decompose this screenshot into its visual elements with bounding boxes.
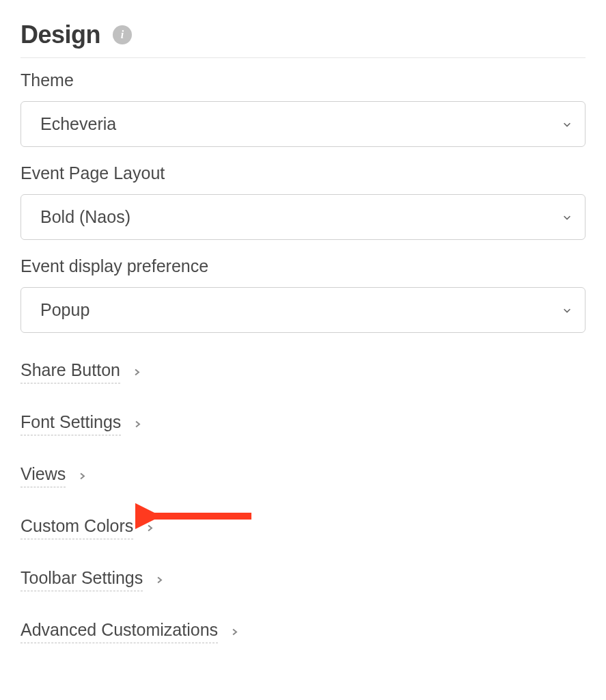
design-settings-panel: Design i Theme Echeveria Event Page Layo… <box>20 21 586 643</box>
section-title: Design <box>20 21 100 49</box>
views-link[interactable]: Views <box>20 464 586 487</box>
info-icon[interactable]: i <box>113 25 132 44</box>
custom-colors-text: Custom Colors <box>20 516 133 539</box>
share-button-link[interactable]: Share Button <box>20 360 586 383</box>
chevron-right-icon <box>133 368 141 377</box>
event-page-layout-label: Event Page Layout <box>20 163 586 183</box>
chevron-right-icon <box>133 420 142 429</box>
chevron-right-icon <box>230 628 239 636</box>
event-display-preference-label: Event display preference <box>20 256 586 276</box>
event-display-preference-field: Event display preference Popup <box>20 256 586 333</box>
settings-links: Share Button Font Settings Views Custom … <box>20 360 586 643</box>
event-page-layout-field: Event Page Layout Bold (Naos) <box>20 163 586 240</box>
chevron-right-icon <box>146 524 154 533</box>
advanced-customizations-text: Advanced Customizations <box>20 620 218 643</box>
advanced-customizations-link[interactable]: Advanced Customizations <box>20 620 586 643</box>
toolbar-settings-text: Toolbar Settings <box>20 568 143 591</box>
chevron-right-icon <box>78 472 87 481</box>
section-header: Design i <box>20 21 586 58</box>
event-display-preference-select[interactable]: Popup <box>20 287 586 333</box>
theme-label: Theme <box>20 70 586 90</box>
share-button-text: Share Button <box>20 360 120 383</box>
toolbar-settings-link[interactable]: Toolbar Settings <box>20 568 586 591</box>
event-page-layout-value: Bold (Naos) <box>40 207 130 227</box>
theme-field: Theme Echeveria <box>20 70 586 147</box>
chevron-right-icon <box>155 576 164 584</box>
theme-value: Echeveria <box>40 114 116 134</box>
font-settings-text: Font Settings <box>20 412 121 435</box>
views-text: Views <box>20 464 66 487</box>
theme-select[interactable]: Echeveria <box>20 101 586 147</box>
custom-colors-link[interactable]: Custom Colors <box>20 516 586 539</box>
event-display-preference-value: Popup <box>40 300 89 320</box>
event-page-layout-select[interactable]: Bold (Naos) <box>20 194 586 240</box>
font-settings-link[interactable]: Font Settings <box>20 412 586 435</box>
